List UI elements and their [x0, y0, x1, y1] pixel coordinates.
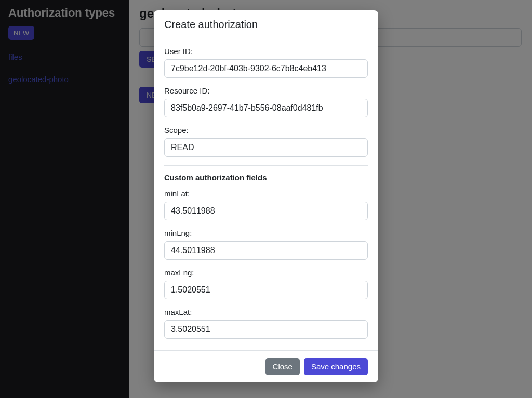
modal-divider [164, 165, 368, 166]
create-authorization-modal: Create authorization User ID: Resource I… [154, 10, 378, 382]
modal-overlay[interactable]: Create authorization User ID: Resource I… [0, 0, 532, 398]
maxlng-input[interactable] [164, 281, 368, 299]
minlng-label: minLng: [164, 229, 368, 237]
resource-id-input[interactable] [164, 99, 368, 117]
custom-fields-heading: Custom authorization fields [164, 173, 368, 182]
form-group-resource-id: Resource ID: [164, 86, 368, 117]
form-group-scope: Scope: [164, 126, 368, 157]
maxlat-input[interactable] [164, 320, 368, 339]
minlat-input[interactable] [164, 202, 368, 220]
scope-input[interactable] [164, 138, 368, 157]
form-group-minlat: minLat: [164, 189, 368, 220]
modal-header: Create authorization [154, 10, 378, 39]
resource-id-label: Resource ID: [164, 86, 368, 95]
form-group-maxlng: maxLng: [164, 268, 368, 299]
save-changes-button[interactable]: Save changes [304, 358, 368, 375]
scope-label: Scope: [164, 126, 368, 135]
form-group-minlng: minLng: [164, 229, 368, 260]
maxlng-label: maxLng: [164, 268, 368, 277]
user-id-label: User ID: [164, 47, 368, 56]
modal-title: Create authorization [164, 19, 368, 31]
close-button[interactable]: Close [265, 358, 300, 375]
form-group-maxlat: maxLat: [164, 308, 368, 339]
form-group-user-id: User ID: [164, 47, 368, 78]
minlng-input[interactable] [164, 241, 368, 260]
user-id-input[interactable] [164, 59, 368, 78]
minlat-label: minLat: [164, 189, 368, 198]
modal-footer: Close Save changes [154, 350, 378, 382]
maxlat-label: maxLat: [164, 308, 368, 316]
modal-body: User ID: Resource ID: Scope: Custom auth… [154, 39, 378, 350]
